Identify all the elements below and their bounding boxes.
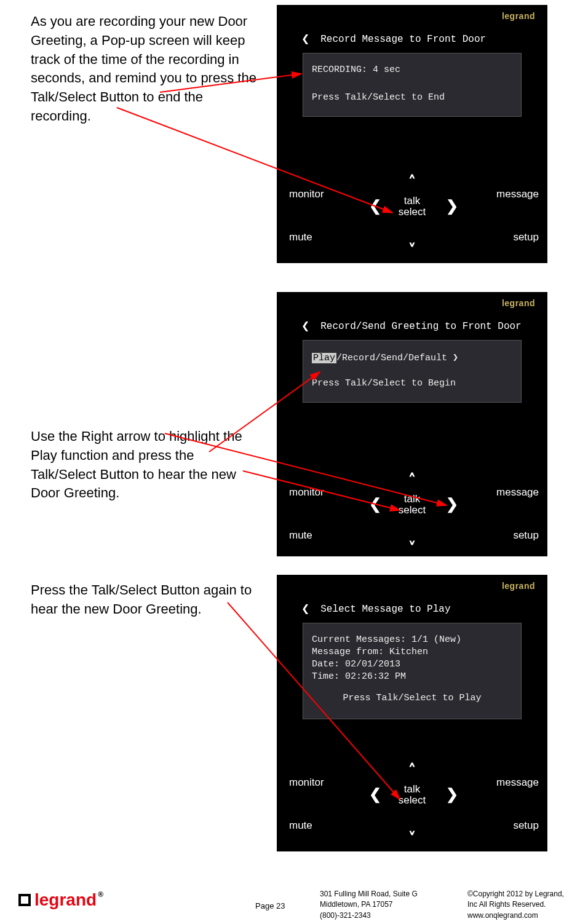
mute-button[interactable]: mute bbox=[289, 529, 312, 542]
message-time: Time: 02:26:32 PM bbox=[312, 671, 512, 682]
down-arrow-icon[interactable]: ˅ bbox=[408, 539, 416, 556]
setup-button[interactable]: setup bbox=[513, 231, 539, 243]
screen-title: ❮ Select Message to Play bbox=[301, 601, 523, 617]
caption-play: Use the Right arrow to highlight the Pla… bbox=[31, 427, 258, 503]
message-button[interactable]: message bbox=[496, 188, 539, 200]
talk-label: talk bbox=[399, 784, 426, 795]
legrand-brand: legrand bbox=[502, 581, 535, 591]
title-text: Select Message to Play bbox=[320, 604, 450, 615]
recording-instruction: Press Talk/Select to End bbox=[312, 92, 512, 103]
legrand-logo: legrand ® bbox=[18, 890, 103, 910]
device-screenshot-3: legrand ❮ Select Message to Play Current… bbox=[277, 575, 547, 851]
left-arrow-icon[interactable]: ❮ bbox=[369, 197, 381, 215]
recording-popup: RECORDING: 4 sec Press Talk/Select to En… bbox=[303, 53, 522, 117]
setup-button[interactable]: setup bbox=[513, 529, 539, 542]
footer-address: 301 Fulling Mill Road, Suite G Middletow… bbox=[320, 889, 418, 921]
current-messages: Current Messages: 1/1 (New) bbox=[312, 634, 512, 645]
options-rest: /Record/Send/Default ❯ bbox=[336, 353, 458, 363]
play-instruction: Press Talk/Select to Play bbox=[312, 693, 512, 703]
device-controls: ˄ ˅ ❮ ❯ monitor message mute setup talk … bbox=[277, 170, 547, 256]
right-arrow-icon[interactable]: ❯ bbox=[446, 197, 458, 215]
message-button[interactable]: message bbox=[496, 776, 539, 789]
logo-box-icon bbox=[18, 894, 31, 906]
back-chevron-icon[interactable]: ❮ bbox=[301, 318, 309, 334]
options-popup: Play/Record/Send/Default ❯ Press Talk/Se… bbox=[303, 340, 522, 403]
up-arrow-icon[interactable]: ˄ bbox=[408, 173, 416, 190]
monitor-button[interactable]: monitor bbox=[289, 486, 324, 499]
title-text: Record Message to Front Door bbox=[320, 34, 486, 45]
right-arrow-icon[interactable]: ❯ bbox=[446, 496, 458, 513]
talk-label: talk bbox=[399, 195, 426, 207]
message-info-popup: Current Messages: 1/1 (New) Message from… bbox=[303, 623, 522, 719]
caption-play-again: Press the Talk/Select Button again to he… bbox=[31, 581, 264, 619]
screen-title: ❮ Record/Send Greeting to Front Door bbox=[301, 318, 523, 334]
down-arrow-icon[interactable]: ˅ bbox=[408, 241, 416, 258]
talk-select-button[interactable]: talk select bbox=[399, 494, 426, 516]
message-date: Date: 02/01/2013 bbox=[312, 659, 512, 669]
page-number: Page 23 bbox=[255, 901, 285, 910]
begin-instruction: Press Talk/Select to Begin bbox=[312, 378, 512, 389]
registered-icon: ® bbox=[98, 890, 103, 899]
select-label: select bbox=[399, 207, 426, 218]
mute-button[interactable]: mute bbox=[289, 819, 312, 832]
monitor-button[interactable]: monitor bbox=[289, 776, 324, 789]
talk-select-button[interactable]: talk select bbox=[399, 195, 426, 218]
option-line: Play/Record/Send/Default ❯ bbox=[312, 352, 512, 363]
select-label: select bbox=[399, 795, 426, 806]
screen-title: ❮ Record Message to Front Door bbox=[301, 31, 523, 47]
back-chevron-icon[interactable]: ❮ bbox=[301, 31, 309, 47]
device-controls: ˄ ˅ ❮ ❯ monitor message mute setup talk … bbox=[277, 758, 547, 844]
talk-select-button[interactable]: talk select bbox=[399, 784, 426, 806]
right-arrow-icon[interactable]: ❯ bbox=[446, 786, 458, 803]
play-option-highlighted[interactable]: Play bbox=[312, 353, 336, 363]
logo-text: legrand bbox=[34, 890, 97, 910]
left-arrow-icon[interactable]: ❮ bbox=[369, 786, 381, 803]
device-controls: ˄ ˅ ❮ ❯ monitor message mute setup talk … bbox=[277, 468, 547, 554]
select-label: select bbox=[399, 505, 426, 516]
recording-status: RECORDING: 4 sec bbox=[312, 65, 512, 75]
up-arrow-icon[interactable]: ˄ bbox=[408, 471, 416, 488]
page-footer: legrand ® Page 23 301 Fulling Mill Road,… bbox=[0, 884, 580, 924]
setup-button[interactable]: setup bbox=[513, 819, 539, 832]
talk-label: talk bbox=[399, 494, 426, 505]
message-from: Message from: Kitchen bbox=[312, 647, 512, 657]
device-screenshot-1: legrand ❮ Record Message to Front Door R… bbox=[277, 5, 547, 263]
down-arrow-icon[interactable]: ˅ bbox=[408, 829, 416, 847]
mute-button[interactable]: mute bbox=[289, 231, 312, 243]
left-arrow-icon[interactable]: ❮ bbox=[369, 496, 381, 513]
device-screenshot-2: legrand ❮ Record/Send Greeting to Front … bbox=[277, 292, 547, 556]
legrand-brand: legrand bbox=[502, 11, 535, 21]
title-text: Record/Send Greeting to Front Door bbox=[320, 321, 521, 332]
back-chevron-icon[interactable]: ❮ bbox=[301, 601, 309, 617]
footer-copyright: ©Copyright 2012 by Legrand, Inc All Righ… bbox=[467, 889, 564, 921]
legrand-brand: legrand bbox=[502, 298, 535, 308]
message-button[interactable]: message bbox=[496, 486, 539, 499]
up-arrow-icon[interactable]: ˄ bbox=[408, 761, 416, 778]
caption-recording: As you are recording your new Door Greet… bbox=[31, 12, 264, 126]
monitor-button[interactable]: monitor bbox=[289, 188, 324, 200]
